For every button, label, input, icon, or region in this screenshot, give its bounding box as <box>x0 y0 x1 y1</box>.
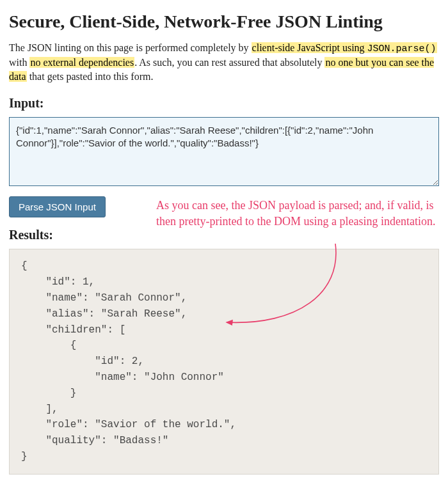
results-heading: Results: <box>9 228 439 242</box>
intro-paragraph: The JSON linting on this page is perform… <box>9 41 439 83</box>
json-input-textarea[interactable] <box>9 117 439 186</box>
input-heading: Input: <box>9 96 439 111</box>
highlight-clientside: client-side JavaScript using JSON.parse(… <box>252 42 437 53</box>
intro-text-4: that gets pasted into this form. <box>27 71 154 82</box>
page-title: Secure, Client-Side, Network-Free JSON L… <box>9 12 439 32</box>
parse-json-button[interactable]: Parse JSON Input <box>9 196 106 217</box>
code-jsonparse: JSON.parse() <box>367 43 436 54</box>
intro-text-2: with <box>9 57 29 68</box>
intro-text-3: . As such, you can rest assured that abs… <box>134 57 324 68</box>
intro-text-1: The JSON linting on this page is perform… <box>9 42 252 53</box>
highlight-nodeps: no external dependencies <box>29 57 134 68</box>
results-output: { "id": 1, "name": "Sarah Connor", "alia… <box>9 249 439 474</box>
